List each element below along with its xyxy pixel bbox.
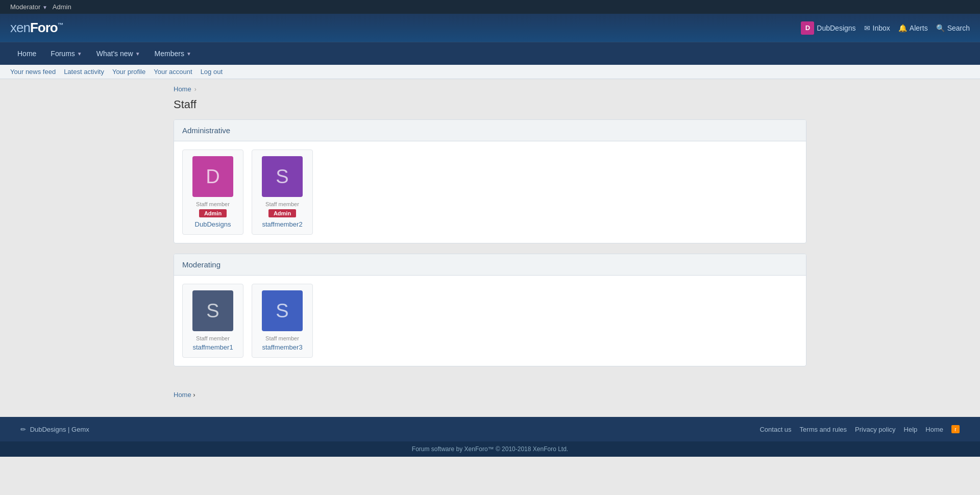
your-news-feed-link[interactable]: Your news feed	[10, 68, 56, 76]
main-nav: Home Forums ▼ What's new ▼ Members ▼	[0, 42, 980, 65]
logo-tm: ™	[58, 21, 63, 29]
latest-activity-link[interactable]: Latest activity	[64, 68, 104, 76]
administrative-staff-grid: D Staff member Admin DubDesigns S Staff …	[182, 150, 798, 235]
main-content: Administrative D Staff member Admin DubD…	[163, 119, 817, 387]
members-dropdown-arrow: ▼	[186, 51, 191, 57]
staff-card-staffmember1[interactable]: S Staff member staffmember1	[182, 284, 243, 358]
staff-card-staffmember2[interactable]: S Staff member Admin staffmember2	[252, 150, 313, 235]
sub-nav: Your news feed Latest activity Your prof…	[0, 65, 980, 79]
page-title: Staff	[163, 96, 817, 119]
user-avatar-small: D	[801, 21, 814, 35]
footer-privacy-link[interactable]: Privacy policy	[855, 426, 895, 433]
staff-role-staffmember1: Staff member	[196, 335, 230, 341]
moderating-section-body: S Staff member staffmember1 S Staff memb…	[174, 276, 806, 366]
breadcrumb-separator: ›	[194, 86, 197, 93]
logo-foro: Foro	[30, 20, 58, 35]
your-profile-link[interactable]: Your profile	[112, 68, 145, 76]
staff-badge-staffmember2: Admin	[268, 209, 296, 217]
footer-contact-link[interactable]: Contact us	[760, 426, 791, 433]
whats-new-dropdown-arrow: ▼	[135, 51, 140, 57]
footer-terms-link[interactable]: Terms and rules	[800, 426, 847, 433]
logo[interactable]: xenForo™	[10, 20, 63, 36]
user-menu[interactable]: D DubDesigns	[801, 21, 855, 35]
log-out-link[interactable]: Log out	[201, 68, 223, 76]
administrative-section-header: Administrative	[174, 120, 806, 141]
search-icon: 🔍	[936, 24, 945, 32]
moderating-section-header: Moderating	[174, 254, 806, 276]
pencil-icon: ✏	[20, 426, 26, 433]
nav-home[interactable]: Home	[10, 42, 43, 65]
staff-role-dubdesigns: Staff member	[196, 201, 230, 207]
footer-breadcrumb: Home ›	[163, 387, 817, 407]
administrative-section: Administrative D Staff member Admin DubD…	[174, 119, 806, 243]
staff-badge-dubdesigns: Admin	[199, 209, 227, 217]
footer-brand-label: DubDesigns | Gemx	[30, 426, 89, 433]
username-label: DubDesigns	[817, 24, 855, 32]
staff-card-dubdesigns[interactable]: D Staff member Admin DubDesigns	[182, 150, 243, 235]
moderator-menu[interactable]: Moderator ▼	[10, 3, 47, 11]
alerts-link[interactable]: 🔔 Alerts	[898, 24, 928, 32]
staff-avatar-staffmember1: S	[192, 290, 233, 331]
administrative-section-body: D Staff member Admin DubDesigns S Staff …	[174, 141, 806, 243]
inbox-link[interactable]: ✉ Inbox	[864, 24, 890, 32]
staff-avatar-dubdesigns: D	[192, 156, 233, 197]
inbox-label: Inbox	[873, 24, 890, 32]
footer-links: Contact us Terms and rules Privacy polic…	[760, 425, 960, 433]
moderating-section: Moderating S Staff member staffmember1 S…	[174, 254, 806, 366]
bell-icon: 🔔	[898, 24, 907, 32]
moderator-dropdown-arrow: ▼	[42, 5, 47, 10]
footer-home-link[interactable]: Home	[925, 426, 943, 433]
alerts-label: Alerts	[910, 24, 928, 32]
inbox-icon: ✉	[864, 24, 870, 32]
rss-icon[interactable]: r	[951, 425, 960, 433]
moderating-staff-grid: S Staff member staffmember1 S Staff memb…	[182, 284, 798, 358]
staff-name-staffmember2: staffmember2	[262, 220, 302, 228]
search-link[interactable]: 🔍 Search	[936, 24, 970, 32]
breadcrumb-home[interactable]: Home	[174, 85, 191, 93]
staff-role-staffmember3: Staff member	[265, 335, 299, 341]
header-user-nav: D DubDesigns ✉ Inbox 🔔 Alerts 🔍 Search	[801, 21, 970, 35]
nav-left: Home Forums ▼ What's new ▼ Members ▼	[10, 42, 199, 65]
staff-role-staffmember2: Staff member	[265, 201, 299, 207]
staff-name-staffmember1: staffmember1	[192, 343, 233, 351]
footer-bottom: Forum software by XenForo™ © 2010-2018 X…	[0, 441, 980, 457]
staff-card-staffmember3[interactable]: S Staff member staffmember3	[252, 284, 313, 358]
staff-avatar-staffmember2: S	[262, 156, 303, 197]
logo-xen: xen	[10, 20, 30, 35]
footer-help-link[interactable]: Help	[904, 426, 918, 433]
admin-link[interactable]: Admin	[53, 3, 71, 11]
staff-name-dubdesigns: DubDesigns	[195, 220, 231, 228]
footer-brand: ✏ DubDesigns | Gemx	[20, 426, 89, 433]
breadcrumb: Home ›	[163, 79, 817, 96]
site-footer: ✏ DubDesigns | Gemx Contact us Terms and…	[0, 417, 980, 441]
header: xenForo™ D DubDesigns ✉ Inbox 🔔 Alerts 🔍…	[0, 14, 980, 42]
your-account-link[interactable]: Your account	[154, 68, 192, 76]
search-label: Search	[947, 24, 970, 32]
nav-forums[interactable]: Forums ▼	[43, 42, 89, 65]
nav-whats-new[interactable]: What's new ▼	[89, 42, 148, 65]
staff-avatar-staffmember3: S	[262, 290, 303, 331]
nav-members[interactable]: Members ▼	[148, 42, 199, 65]
footer-breadcrumb-sep: ›	[193, 391, 195, 399]
forums-dropdown-arrow: ▼	[77, 51, 82, 57]
staff-name-staffmember3: staffmember3	[262, 343, 302, 351]
top-bar: Moderator ▼ Admin	[0, 0, 980, 14]
copyright-text: Forum software by XenForo™ © 2010-2018 X…	[412, 445, 568, 453]
footer-breadcrumb-home[interactable]: Home	[174, 391, 191, 399]
